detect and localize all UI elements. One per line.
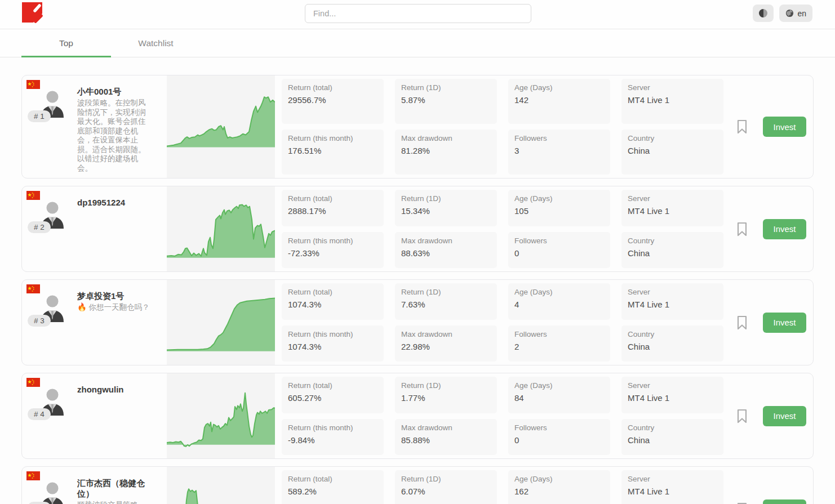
- stat-label: Max drawdown: [401, 423, 491, 432]
- performance-chart: [167, 75, 275, 178]
- stat-cell: Return (this month) -9.84%: [282, 419, 384, 456]
- stat-cell: Followers 3: [508, 130, 610, 175]
- stat-cell: Server MT4 Live 1: [621, 79, 723, 124]
- trader-card[interactable]: ★ ★ ★ ★ ★ # 4 zhongwulin: [21, 373, 814, 459]
- trader-name: 梦卓投资1号: [77, 291, 153, 301]
- stat-value: China: [628, 435, 717, 445]
- card-actions: Invest: [723, 186, 813, 271]
- stat-cell: Followers 2: [508, 325, 610, 362]
- card-actions: Invest: [723, 75, 813, 178]
- stat-value: MT4 Live 1: [628, 95, 717, 105]
- bookmark-icon[interactable]: [736, 119, 748, 134]
- search-input[interactable]: [305, 4, 531, 23]
- theme-toggle-button[interactable]: [753, 5, 774, 22]
- stat-label: Return (1D): [401, 288, 491, 296]
- stat-cell: Server MT4 Live 1: [621, 283, 723, 320]
- stat-value: 1.77%: [401, 393, 491, 403]
- stat-cell: Return (total) 2888.17%: [282, 190, 384, 226]
- bookmark-icon[interactable]: [736, 409, 748, 423]
- trader-card[interactable]: ★ ★ ★ ★ ★ # 1 小牛0001号 波段策略。在控制风险情况下，实现利润…: [21, 75, 814, 179]
- stat-label: Server: [628, 83, 717, 92]
- stat-value: China: [628, 146, 717, 155]
- stat-label: Max drawdown: [401, 330, 491, 338]
- bookmark-icon[interactable]: [736, 502, 748, 504]
- tab-top[interactable]: Top: [21, 29, 111, 57]
- stat-value: 162: [514, 487, 604, 496]
- china-flag-icon: ★ ★ ★ ★ ★: [26, 471, 40, 480]
- tab-bar: Top Watchlist: [0, 29, 835, 57]
- trader-card[interactable]: ★ ★ ★ ★ ★ # 5 汇市杰西（稳健仓位） 顺势波段交易策略: [21, 466, 814, 504]
- invest-button[interactable]: Invest: [763, 406, 806, 426]
- stat-cell: Age (Days) 142: [508, 79, 610, 124]
- stat-value: 3: [514, 146, 604, 155]
- china-flag-icon: ★ ★ ★ ★ ★: [26, 191, 40, 200]
- trader-list: ★ ★ ★ ★ ★ # 1 小牛0001号 波段策略。在控制风险情况下，实现利润…: [21, 75, 814, 504]
- bookmark-icon[interactable]: [736, 222, 748, 237]
- stat-value: 84: [514, 393, 604, 403]
- brand-logo-icon[interactable]: [21, 2, 43, 23]
- identity-block: zhongwulin: [77, 384, 153, 395]
- stat-label: Return (total): [288, 194, 377, 203]
- stat-label: Server: [628, 381, 717, 390]
- stat-cell: Country China: [621, 130, 723, 175]
- trader-card[interactable]: ★ ★ ★ ★ ★ # 3 梦卓投资1号 🔥 你想一天翻仓吗？: [21, 279, 814, 365]
- stat-value: 1074.3%: [288, 342, 377, 351]
- language-label: en: [797, 9, 806, 18]
- tab-top-label: Top: [59, 38, 73, 48]
- stat-value: 1074.3%: [288, 300, 377, 309]
- stat-value: -72.33%: [288, 248, 377, 258]
- stat-label: Return (this month): [288, 237, 377, 245]
- stat-value: China: [628, 248, 717, 258]
- trader-info: ★ ★ ★ ★ ★ # 3 梦卓投资1号 🔥 你想一天翻仓吗？: [22, 280, 167, 365]
- stat-value: 589.2%: [288, 487, 377, 496]
- trader-name: dp19951224: [77, 197, 153, 208]
- stat-label: Age (Days): [514, 475, 604, 483]
- invest-button[interactable]: Invest: [763, 499, 806, 504]
- stat-cell: Return (total) 29556.7%: [282, 79, 384, 124]
- trader-description: 🔥 你想一天翻仓吗？: [77, 303, 153, 313]
- identity-block: 梦卓投资1号 🔥 你想一天翻仓吗？: [77, 291, 153, 313]
- trader-description: 波段策略。在控制风险情况下，实现利润最大化。账号会抓住底部和顶部建仓机会，在设置…: [77, 99, 153, 173]
- top-actions: en: [753, 5, 812, 22]
- stats-grid: Return (total) 1074.3% Return (1D) 7.63%…: [282, 280, 723, 365]
- invest-button[interactable]: Invest: [763, 313, 806, 333]
- stat-label: Return (total): [288, 381, 377, 390]
- card-actions: Invest: [723, 373, 813, 458]
- stat-label: Age (Days): [514, 381, 604, 390]
- stats-grid: Return (total) 605.27% Return (1D) 1.77%…: [282, 373, 723, 458]
- stat-value: 176.51%: [288, 146, 377, 155]
- tab-watchlist[interactable]: Watchlist: [111, 29, 201, 57]
- stat-label: Return (1D): [401, 194, 491, 203]
- stat-label: Followers: [514, 330, 604, 338]
- stat-label: Return (this month): [288, 330, 377, 338]
- stat-cell: Country China: [621, 232, 723, 269]
- performance-chart: [167, 186, 275, 271]
- stats-grid: Return (total) 2888.17% Return (1D) 15.3…: [282, 186, 723, 271]
- stat-label: Age (Days): [514, 83, 604, 92]
- language-button[interactable]: en: [779, 5, 812, 22]
- sparkline-chart-icon: [167, 373, 275, 458]
- performance-chart: [167, 373, 275, 458]
- stat-label: Return (this month): [288, 134, 377, 142]
- rank-badge: # 5: [28, 502, 51, 504]
- rank-badge: # 4: [28, 408, 51, 420]
- rank-badge: # 2: [28, 221, 51, 233]
- stat-cell: Return (this month) -72.33%: [282, 232, 384, 269]
- bookmark-icon[interactable]: [736, 315, 748, 330]
- stat-value: 105: [514, 206, 604, 216]
- stat-label: Country: [628, 330, 717, 338]
- stat-label: Followers: [514, 237, 604, 245]
- stat-cell: Return (1D) 6.07%: [395, 470, 497, 504]
- stat-label: Country: [628, 134, 717, 142]
- stat-value: China: [628, 342, 717, 351]
- rank-badge: # 3: [28, 315, 51, 327]
- stat-value: 605.27%: [288, 393, 377, 403]
- stat-cell: Return (total) 589.2%: [282, 470, 384, 504]
- invest-button[interactable]: Invest: [763, 117, 806, 137]
- invest-button[interactable]: Invest: [763, 219, 806, 239]
- trader-card[interactable]: ★ ★ ★ ★ ★ # 2 dp19951224: [21, 186, 814, 272]
- globe-icon: [785, 9, 794, 17]
- stat-label: Country: [628, 423, 717, 432]
- rank-badge: # 1: [28, 110, 51, 122]
- stat-value: 2888.17%: [288, 206, 377, 216]
